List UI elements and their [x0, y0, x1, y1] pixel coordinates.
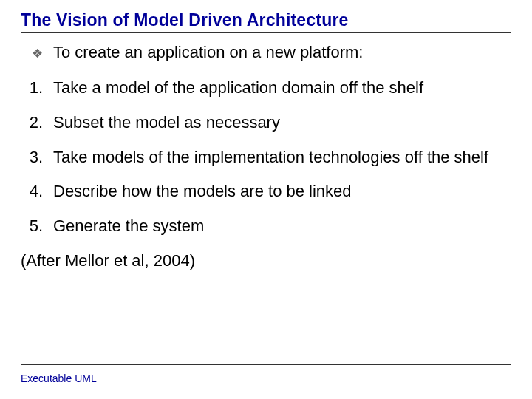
diamond-bullet-icon: ❖ [32, 44, 43, 64]
step-row-2: 2. Subset the model as necessary [21, 113, 511, 133]
step-row-1: 1. Take a model of the application domai… [21, 78, 511, 98]
step-row-4: 4. Describe how the models are to be lin… [21, 182, 511, 202]
slide-content: ❖ To create an application on a new plat… [21, 43, 511, 271]
step-row-3: 3. Take models of the implementation tec… [21, 148, 511, 168]
step-text: Generate the system [53, 216, 511, 236]
step-text: Take models of the implementation techno… [53, 148, 511, 168]
step-text: Subset the model as necessary [53, 113, 511, 133]
slide: The Vision of Model Driven Architecture … [0, 0, 532, 399]
step-text: Describe how the models are to be linked [53, 182, 511, 202]
step-number: 2. [21, 113, 53, 133]
attribution-text: (After Mellor et al, 2004) [21, 251, 511, 271]
step-number: 4. [21, 182, 53, 202]
slide-title: The Vision of Model Driven Architecture [21, 10, 511, 30]
footer-divider [21, 364, 511, 365]
title-divider [21, 32, 511, 33]
step-text: Take a model of the application domain o… [53, 78, 511, 98]
step-number: 5. [21, 216, 53, 236]
step-number: 3. [21, 148, 53, 168]
intro-bullet-text: To create an application on a new platfo… [53, 43, 511, 63]
footer-text: Executable UML [21, 372, 97, 384]
intro-bullet-row: ❖ To create an application on a new plat… [21, 43, 511, 64]
bullet-marker-col: ❖ [21, 43, 53, 64]
step-number: 1. [21, 78, 53, 98]
step-row-5: 5. Generate the system [21, 216, 511, 236]
